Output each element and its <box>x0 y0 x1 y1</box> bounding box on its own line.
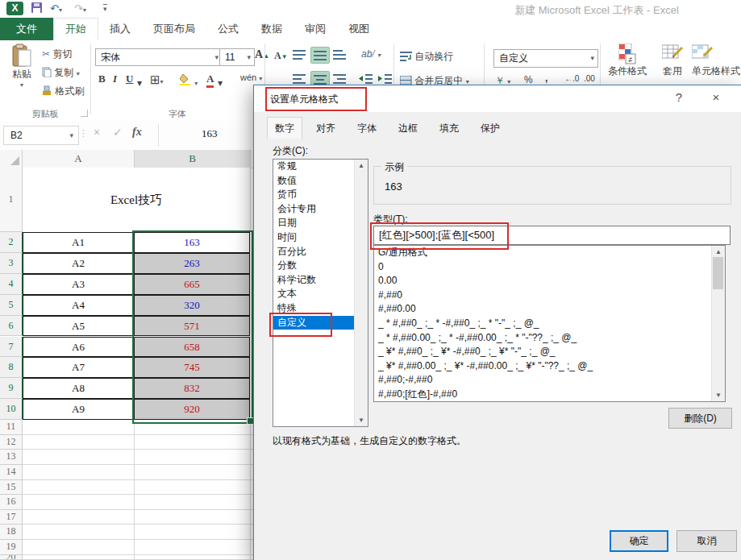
dialog-tab[interactable]: 对齐 <box>308 118 343 139</box>
row-header-17[interactable]: 17 <box>0 510 23 525</box>
format-item[interactable]: #,##0;[红色]-#,##0 <box>374 388 725 402</box>
category-label: 分类(C): <box>273 144 308 158</box>
cell-a1[interactable]: A1 <box>23 232 134 253</box>
category-item[interactable]: 会计专用 <box>273 202 354 217</box>
cell-a8[interactable]: A8 <box>23 378 134 399</box>
dialog-description: 以现有格式为基础，生成自定义的数字格式。 <box>273 434 466 448</box>
row-header-15[interactable]: 15 <box>0 480 23 496</box>
category-item[interactable]: 数值 <box>273 174 354 189</box>
format-item[interactable]: #,##0;-#,##0 <box>374 373 725 388</box>
gridline <box>134 420 135 560</box>
dialog-tab[interactable]: 填充 <box>431 118 467 139</box>
sample-group-label: 示例 <box>381 160 407 174</box>
category-scrollbar[interactable]: ▲ ▼ <box>354 160 368 426</box>
gridline <box>23 479 253 480</box>
category-item[interactable]: 常规 <box>273 160 354 174</box>
row-header-6[interactable]: 6 <box>0 316 23 337</box>
scroll-down-icon[interactable]: ▼ <box>712 392 725 399</box>
scroll-up-icon[interactable]: ▲ <box>355 162 368 169</box>
scrollbar-thumb[interactable] <box>713 257 723 289</box>
row-header-19[interactable]: 19 <box>0 540 23 555</box>
row-header-18[interactable]: 18 <box>0 525 23 540</box>
format-cells-dialog: 设置单元格格式 ? × 数字对齐字体边框填充保护 分类(C): ▲ ▼ 常规数值… <box>253 85 741 560</box>
row-header-4[interactable]: 4 <box>0 274 23 295</box>
scroll-down-icon[interactable]: ▼ <box>355 417 368 424</box>
row-header-11[interactable]: 11 <box>0 420 23 435</box>
excel-window: X ↶▾ ↷▾ ▾ 新建 Microsoft Excel 工作表 - Excel… <box>0 0 741 560</box>
category-item[interactable]: 分数 <box>273 259 354 273</box>
row-header-10[interactable]: 10 <box>0 399 23 420</box>
format-item[interactable]: _ * #,##0_ ;_ * -#,##0_ ;_ * "-"_ ;_ @_ <box>374 317 725 331</box>
format-item[interactable]: _ * #,##0.00_ ;_ * -#,##0.00_ ;_ * "-"??… <box>374 331 725 346</box>
cell-b5[interactable]: 320 <box>134 295 250 316</box>
gridline <box>23 524 253 525</box>
row-header-9[interactable]: 9 <box>0 378 23 399</box>
row-header-12[interactable]: 12 <box>0 435 23 450</box>
cell-b7[interactable]: 658 <box>134 337 250 358</box>
gridline <box>250 420 251 560</box>
format-item[interactable]: #,##0 <box>374 288 725 303</box>
category-item[interactable]: 科学记数 <box>273 273 354 288</box>
row-header-3[interactable]: 3 <box>0 253 23 274</box>
type-input[interactable]: [红色][>500];[蓝色][<500] <box>373 226 731 245</box>
format-item[interactable]: 0.00 <box>374 274 725 288</box>
ok-button[interactable]: 确定 <box>610 530 668 552</box>
merged-title-cell[interactable]: Excel技巧 <box>23 168 250 232</box>
category-item[interactable]: 自定义 <box>273 316 354 330</box>
gridline <box>23 449 253 450</box>
cell-b4[interactable]: 665 <box>134 274 250 295</box>
dialog-tab[interactable]: 保护 <box>472 118 508 139</box>
gridline <box>23 509 253 510</box>
category-item[interactable]: 货币 <box>273 188 354 202</box>
category-item[interactable]: 时间 <box>273 230 354 245</box>
gridline <box>23 464 253 465</box>
delete-button[interactable]: 删除(D) <box>668 408 732 429</box>
cell-a3[interactable]: A3 <box>23 274 134 295</box>
category-item[interactable]: 日期 <box>273 216 354 230</box>
scroll-up-icon[interactable]: ▲ <box>712 248 725 255</box>
row-header-2[interactable]: 2 <box>0 232 23 253</box>
row-header-14[interactable]: 14 <box>0 465 23 480</box>
cell-b9[interactable]: 832 <box>134 378 250 399</box>
cell-a6[interactable]: A6 <box>23 337 134 358</box>
row-header-7[interactable]: 7 <box>0 337 23 358</box>
dialog-titlebar[interactable]: 设置单元格格式 ? × <box>254 85 741 112</box>
format-item[interactable]: #,##0.00 <box>374 302 725 317</box>
cancel-button[interactable]: 取消 <box>676 530 737 552</box>
cell-a5[interactable]: A5 <box>23 316 134 337</box>
cell-b6[interactable]: 571 <box>134 316 250 337</box>
gridline <box>23 554 253 555</box>
category-item[interactable]: 特殊 <box>273 301 354 316</box>
row-header-8[interactable]: 8 <box>0 357 23 378</box>
format-item[interactable]: _ ¥* #,##0.00_ ;_ ¥* -#,##0.00_ ;_ ¥* "-… <box>374 359 725 374</box>
cell-b8[interactable]: 745 <box>134 357 250 378</box>
row-header-5[interactable]: 5 <box>0 295 23 316</box>
cell-b10[interactable]: 920 <box>134 399 250 420</box>
dialog-tab[interactable]: 字体 <box>349 118 385 139</box>
category-item[interactable]: 文本 <box>273 287 354 301</box>
row-header-16[interactable]: 16 <box>0 495 23 510</box>
cell-a2[interactable]: A2 <box>23 253 134 274</box>
dialog-help-button[interactable]: ? <box>667 90 691 104</box>
row-header-20[interactable]: 20 <box>0 555 23 560</box>
dialog-close-button[interactable]: × <box>704 90 728 104</box>
dialog-title: 设置单元格格式 <box>270 93 338 106</box>
format-item[interactable]: 0 <box>374 260 725 275</box>
cell-b2[interactable]: 163 <box>134 232 250 253</box>
row-header-1[interactable]: 1 <box>0 168 23 232</box>
dialog-tab[interactable]: 边框 <box>390 118 426 139</box>
dialog-tab[interactable]: 数字 <box>267 117 302 139</box>
format-item[interactable]: G/通用格式 <box>374 246 725 260</box>
sample-value: 163 <box>385 180 402 193</box>
cell-a4[interactable]: A4 <box>23 295 134 316</box>
category-list[interactable]: ▲ ▼ 常规数值货币会计专用日期时间百分比分数科学记数文本特殊自定义 <box>273 159 368 427</box>
category-item[interactable]: 百分比 <box>273 245 354 259</box>
dialog-tab-strip: 数字对齐字体边框填充保护 <box>267 118 514 139</box>
row-header-13[interactable]: 13 <box>0 450 23 465</box>
cell-a7[interactable]: A7 <box>23 357 134 378</box>
format-scrollbar[interactable]: ▲ ▼ <box>711 246 725 401</box>
cell-b3[interactable]: 263 <box>134 253 250 274</box>
format-item[interactable]: _ ¥* #,##0_ ;_ ¥* -#,##0_ ;_ ¥* "-"_ ;_ … <box>374 345 725 359</box>
format-list[interactable]: ▲ ▼ G/通用格式00.00#,##0#,##0.00_ * #,##0_ ;… <box>373 245 726 402</box>
cell-a9[interactable]: A9 <box>23 399 134 420</box>
